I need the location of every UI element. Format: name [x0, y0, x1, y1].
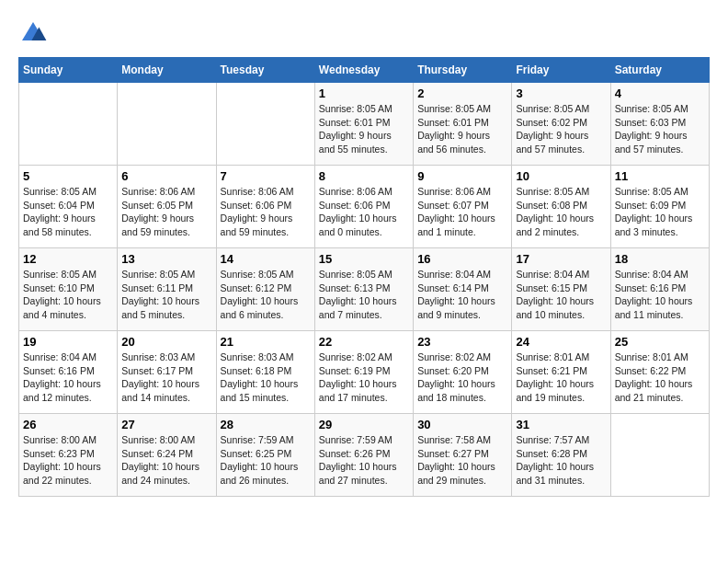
day-header-thursday: Thursday — [414, 58, 512, 83]
day-header-tuesday: Tuesday — [216, 58, 314, 83]
calendar-cell: 26Sunrise: 8:00 AMSunset: 6:23 PMDayligh… — [19, 414, 118, 497]
day-number: 16 — [417, 252, 507, 266]
day-number: 1 — [319, 86, 409, 100]
day-number: 27 — [121, 418, 211, 431]
calendar-cell: 29Sunrise: 7:59 AMSunset: 6:26 PMDayligh… — [314, 414, 413, 497]
week-row-1: 1Sunrise: 8:05 AMSunset: 6:01 PMDaylight… — [19, 83, 710, 166]
day-info: Sunrise: 8:05 AMSunset: 6:08 PMDaylight:… — [516, 185, 606, 239]
day-number: 10 — [516, 169, 606, 183]
calendar-cell — [610, 414, 709, 497]
day-number: 7 — [221, 169, 311, 183]
day-info: Sunrise: 8:05 AMSunset: 6:09 PMDaylight:… — [615, 185, 705, 239]
day-header-sunday: Sunday — [19, 58, 118, 83]
logo-icon — [18, 18, 48, 48]
day-info: Sunrise: 8:05 AMSunset: 6:10 PMDaylight:… — [23, 268, 113, 322]
logo — [18, 18, 51, 48]
day-number: 30 — [417, 418, 507, 431]
day-number: 26 — [23, 418, 113, 431]
calendar-cell: 11Sunrise: 8:05 AMSunset: 6:09 PMDayligh… — [610, 166, 709, 248]
day-number: 17 — [516, 252, 606, 266]
day-header-monday: Monday — [118, 58, 216, 83]
calendar-cell: 19Sunrise: 8:04 AMSunset: 6:16 PMDayligh… — [19, 331, 118, 414]
calendar-cell: 31Sunrise: 7:57 AMSunset: 6:28 PMDayligh… — [512, 414, 610, 497]
day-info: Sunrise: 8:06 AMSunset: 6:06 PMDaylight:… — [319, 185, 409, 239]
calendar-cell: 24Sunrise: 8:01 AMSunset: 6:21 PMDayligh… — [512, 331, 610, 414]
day-info: Sunrise: 7:57 AMSunset: 6:28 PMDaylight:… — [516, 433, 606, 488]
day-info: Sunrise: 8:02 AMSunset: 6:20 PMDaylight:… — [417, 350, 507, 405]
day-info: Sunrise: 7:59 AMSunset: 6:25 PMDaylight:… — [221, 433, 311, 488]
calendar-cell: 28Sunrise: 7:59 AMSunset: 6:25 PMDayligh… — [216, 414, 314, 497]
calendar-table: SundayMondayTuesdayWednesdayThursdayFrid… — [18, 57, 710, 497]
day-number: 14 — [221, 252, 311, 266]
day-info: Sunrise: 8:05 AMSunset: 6:01 PMDaylight:… — [417, 102, 507, 156]
days-header-row: SundayMondayTuesdayWednesdayThursdayFrid… — [19, 58, 710, 83]
calendar-cell — [118, 83, 216, 166]
calendar-cell: 21Sunrise: 8:03 AMSunset: 6:18 PMDayligh… — [216, 331, 314, 414]
calendar-cell: 27Sunrise: 8:00 AMSunset: 6:24 PMDayligh… — [118, 414, 216, 497]
day-info: Sunrise: 8:03 AMSunset: 6:17 PMDaylight:… — [121, 350, 211, 405]
calendar-cell: 4Sunrise: 8:05 AMSunset: 6:03 PMDaylight… — [610, 83, 709, 166]
calendar-cell: 17Sunrise: 8:04 AMSunset: 6:15 PMDayligh… — [512, 248, 610, 331]
day-info: Sunrise: 8:05 AMSunset: 6:01 PMDaylight:… — [319, 102, 409, 156]
calendar-cell: 5Sunrise: 8:05 AMSunset: 6:04 PMDaylight… — [19, 166, 118, 248]
day-number: 25 — [615, 335, 705, 349]
day-number: 31 — [516, 418, 606, 431]
calendar-cell — [216, 83, 314, 166]
day-info: Sunrise: 8:02 AMSunset: 6:19 PMDaylight:… — [319, 350, 409, 405]
day-header-friday: Friday — [512, 58, 610, 83]
day-number: 8 — [319, 169, 409, 183]
day-info: Sunrise: 8:05 AMSunset: 6:02 PMDaylight:… — [516, 102, 606, 156]
calendar-cell: 15Sunrise: 8:05 AMSunset: 6:13 PMDayligh… — [314, 248, 413, 331]
day-number: 2 — [417, 86, 507, 100]
day-number: 15 — [319, 252, 409, 266]
week-row-5: 26Sunrise: 8:00 AMSunset: 6:23 PMDayligh… — [19, 414, 710, 497]
day-info: Sunrise: 8:04 AMSunset: 6:15 PMDaylight:… — [516, 268, 606, 322]
day-number: 28 — [221, 418, 311, 431]
day-info: Sunrise: 8:06 AMSunset: 6:06 PMDaylight:… — [221, 185, 311, 239]
day-info: Sunrise: 8:05 AMSunset: 6:13 PMDaylight:… — [319, 268, 409, 322]
calendar-cell: 25Sunrise: 8:01 AMSunset: 6:22 PMDayligh… — [610, 331, 709, 414]
day-number: 3 — [516, 86, 606, 100]
day-info: Sunrise: 8:04 AMSunset: 6:14 PMDaylight:… — [417, 268, 507, 322]
day-number: 22 — [319, 335, 409, 349]
calendar-cell — [19, 83, 118, 166]
calendar-cell: 14Sunrise: 8:05 AMSunset: 6:12 PMDayligh… — [216, 248, 314, 331]
day-info: Sunrise: 8:05 AMSunset: 6:12 PMDaylight:… — [221, 268, 311, 322]
calendar-cell: 23Sunrise: 8:02 AMSunset: 6:20 PMDayligh… — [414, 331, 512, 414]
week-row-4: 19Sunrise: 8:04 AMSunset: 6:16 PMDayligh… — [19, 331, 710, 414]
day-number: 6 — [121, 169, 211, 183]
day-info: Sunrise: 8:06 AMSunset: 6:07 PMDaylight:… — [417, 185, 507, 239]
calendar-cell: 6Sunrise: 8:06 AMSunset: 6:05 PMDaylight… — [118, 166, 216, 248]
day-number: 9 — [417, 169, 507, 183]
day-info: Sunrise: 8:05 AMSunset: 6:04 PMDaylight:… — [23, 185, 113, 239]
calendar-cell: 13Sunrise: 8:05 AMSunset: 6:11 PMDayligh… — [118, 248, 216, 331]
day-info: Sunrise: 8:04 AMSunset: 6:16 PMDaylight:… — [23, 350, 113, 405]
day-number: 12 — [23, 252, 113, 266]
day-number: 13 — [121, 252, 211, 266]
calendar-cell: 2Sunrise: 8:05 AMSunset: 6:01 PMDaylight… — [414, 83, 512, 166]
day-info: Sunrise: 7:58 AMSunset: 6:27 PMDaylight:… — [417, 433, 507, 488]
day-number: 20 — [121, 335, 211, 349]
day-info: Sunrise: 8:01 AMSunset: 6:21 PMDaylight:… — [516, 350, 606, 405]
day-number: 24 — [516, 335, 606, 349]
day-info: Sunrise: 8:03 AMSunset: 6:18 PMDaylight:… — [221, 350, 311, 405]
day-info: Sunrise: 8:05 AMSunset: 6:11 PMDaylight:… — [121, 268, 211, 322]
day-number: 18 — [615, 252, 705, 266]
day-number: 29 — [319, 418, 409, 431]
calendar-cell: 18Sunrise: 8:04 AMSunset: 6:16 PMDayligh… — [610, 248, 709, 331]
calendar-cell: 1Sunrise: 8:05 AMSunset: 6:01 PMDaylight… — [314, 83, 413, 166]
day-info: Sunrise: 8:04 AMSunset: 6:16 PMDaylight:… — [615, 268, 705, 322]
day-header-wednesday: Wednesday — [314, 58, 413, 83]
day-info: Sunrise: 8:06 AMSunset: 6:05 PMDaylight:… — [121, 185, 211, 239]
calendar-cell: 10Sunrise: 8:05 AMSunset: 6:08 PMDayligh… — [512, 166, 610, 248]
calendar-cell: 9Sunrise: 8:06 AMSunset: 6:07 PMDaylight… — [414, 166, 512, 248]
calendar-cell: 7Sunrise: 8:06 AMSunset: 6:06 PMDaylight… — [216, 166, 314, 248]
page-header — [18, 18, 710, 48]
day-number: 11 — [615, 169, 705, 183]
day-info: Sunrise: 8:00 AMSunset: 6:24 PMDaylight:… — [121, 433, 211, 488]
calendar-cell: 12Sunrise: 8:05 AMSunset: 6:10 PMDayligh… — [19, 248, 118, 331]
calendar-cell: 30Sunrise: 7:58 AMSunset: 6:27 PMDayligh… — [414, 414, 512, 497]
day-info: Sunrise: 8:05 AMSunset: 6:03 PMDaylight:… — [615, 102, 705, 156]
calendar-cell: 16Sunrise: 8:04 AMSunset: 6:14 PMDayligh… — [414, 248, 512, 331]
week-row-3: 12Sunrise: 8:05 AMSunset: 6:10 PMDayligh… — [19, 248, 710, 331]
